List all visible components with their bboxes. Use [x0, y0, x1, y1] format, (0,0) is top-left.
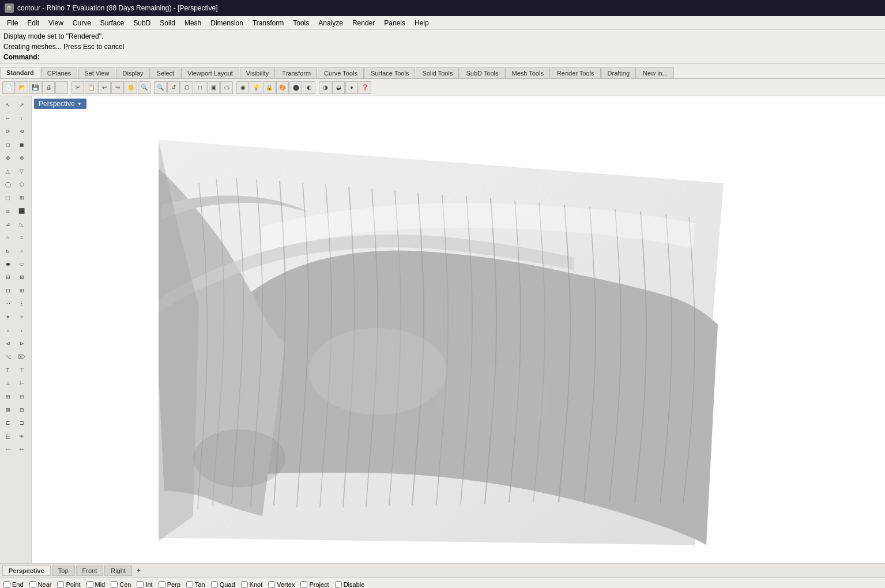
- menu-item-view[interactable]: View: [44, 18, 68, 28]
- toolbar-tab-solid-tools[interactable]: Solid Tools: [416, 67, 459, 78]
- osnap-end[interactable]: End: [3, 581, 24, 588]
- menu-item-dimension[interactable]: Dimension: [206, 18, 248, 28]
- sidebar-icon-17-0[interactable]: ⬨: [1, 324, 14, 337]
- sidebar-icon-21-0[interactable]: ⊥: [1, 377, 14, 390]
- menu-item-mesh[interactable]: Mesh: [180, 18, 206, 28]
- toolbar-icon-18[interactable]: 💡: [250, 81, 262, 94]
- toolbar-tab-set-view[interactable]: Set View: [78, 67, 115, 78]
- osnap-checkbox-point[interactable]: [57, 581, 64, 588]
- vp-tab-right[interactable]: Right: [104, 566, 132, 576]
- sidebar-icon-23-0[interactable]: ⊠: [1, 404, 14, 416]
- sidebar-icon-7-0[interactable]: ⬚: [1, 191, 14, 204]
- osnap-checkbox-end[interactable]: [3, 581, 10, 588]
- osnap-project[interactable]: Project: [300, 581, 329, 588]
- menu-item-tools[interactable]: Tools: [288, 18, 314, 28]
- sidebar-icon-17-1[interactable]: ⬩: [15, 324, 28, 337]
- osnap-checkbox-cen[interactable]: [111, 581, 118, 588]
- vp-tab-top[interactable]: Top: [52, 566, 75, 576]
- sidebar-icon-7-1[interactable]: ⊞: [15, 191, 28, 204]
- sidebar-icon-4-1[interactable]: ⊗: [15, 152, 28, 164]
- vp-tab-front[interactable]: Front: [76, 566, 104, 576]
- sidebar-icon-12-1[interactable]: ⬭: [15, 258, 28, 270]
- sidebar-icon-12-0[interactable]: ⬬: [1, 258, 14, 270]
- sidebar-icon-25-1[interactable]: ⬲: [15, 430, 28, 443]
- sidebar-icon-20-1[interactable]: ⊤: [15, 364, 28, 376]
- sidebar-icon-22-1[interactable]: ⊟: [15, 390, 28, 403]
- toolbar-icon-4[interactable]: [55, 81, 68, 94]
- toolbar-tab-new-in...[interactable]: New in...: [637, 67, 674, 78]
- sidebar-icon-6-0[interactable]: ◯: [1, 178, 14, 191]
- sidebar-icon-10-0[interactable]: ⌂: [1, 231, 14, 244]
- sidebar-icon-9-1[interactable]: ◺: [15, 218, 28, 231]
- toolbar-icon-24[interactable]: ◒: [332, 81, 345, 94]
- sidebar-icon-20-0[interactable]: T: [1, 364, 14, 376]
- sidebar-icon-5-0[interactable]: △: [1, 165, 14, 178]
- toolbar-icon-2[interactable]: 💾: [29, 81, 42, 94]
- osnap-checkbox-quad[interactable]: [211, 581, 218, 588]
- toolbar-icon-5[interactable]: ✂: [71, 81, 84, 94]
- toolbar-icon-8[interactable]: ↪: [111, 81, 124, 94]
- sidebar-icon-26-0[interactable]: ⬳: [1, 443, 14, 456]
- sidebar-icon-6-1[interactable]: ⬡: [15, 178, 28, 191]
- sidebar-icon-14-1[interactable]: ⊞: [15, 284, 28, 297]
- osnap-checkbox-mid[interactable]: [86, 581, 93, 588]
- osnap-knot[interactable]: Knot: [241, 581, 263, 588]
- sidebar-icon-23-1[interactable]: ⊡: [15, 404, 28, 416]
- toolbar-tab-visibility[interactable]: Visibility: [240, 67, 276, 78]
- toolbar-tab-curve-tools[interactable]: Curve Tools: [318, 67, 364, 78]
- osnap-checkbox-knot[interactable]: [241, 581, 248, 588]
- sidebar-icon-15-1[interactable]: ⋮: [15, 297, 28, 310]
- toolbar-tab-subd-tools[interactable]: SubD Tools: [460, 67, 504, 78]
- toolbar-icon-1[interactable]: 📂: [16, 81, 28, 94]
- osnap-checkbox-int[interactable]: [137, 581, 144, 588]
- menu-item-help[interactable]: Help: [410, 18, 434, 28]
- osnap-tan[interactable]: Tan: [186, 581, 205, 588]
- sidebar-icon-26-1[interactable]: ⬴: [15, 443, 28, 456]
- toolbar-icon-15[interactable]: ▣: [207, 81, 220, 94]
- sidebar-icon-2-0[interactable]: ⟳: [1, 125, 14, 138]
- sidebar-icon-8-0[interactable]: ⧈: [1, 205, 14, 217]
- toolbar-icon-12[interactable]: ↺: [167, 81, 180, 94]
- toolbar-icon-19[interactable]: 🔒: [263, 81, 276, 94]
- osnap-quad[interactable]: Quad: [211, 581, 235, 588]
- toolbar-tab-cplanes[interactable]: CPlanes: [41, 67, 78, 78]
- sidebar-icon-24-0[interactable]: ⊏: [1, 417, 14, 429]
- toolbar-icon-7[interactable]: ↩: [98, 81, 111, 94]
- sidebar-icon-11-0[interactable]: ⊾: [1, 244, 14, 257]
- toolbar-icon-10[interactable]: 🔍: [138, 81, 150, 94]
- toolbar-icon-20[interactable]: 🎨: [276, 81, 289, 94]
- osnap-checkbox-disable[interactable]: [335, 581, 342, 588]
- menu-item-panels[interactable]: Panels: [379, 18, 410, 28]
- toolbar-icon-23[interactable]: ◑: [319, 81, 332, 94]
- sidebar-icon-3-0[interactable]: ◻: [1, 138, 14, 151]
- viewport-label[interactable]: Perspective ▼: [34, 99, 86, 109]
- toolbar-tab-select[interactable]: Select: [150, 67, 181, 78]
- toolbar-icon-22[interactable]: ◐: [303, 81, 315, 94]
- osnap-mid[interactable]: Mid: [86, 581, 106, 588]
- menu-item-curve[interactable]: Curve: [68, 18, 96, 28]
- toolbar-icon-3[interactable]: 🖨: [42, 81, 55, 94]
- sidebar-icon-18-0[interactable]: ⊲: [1, 337, 14, 350]
- sidebar-icon-13-0[interactable]: ⊟: [1, 271, 14, 284]
- osnap-checkbox-tan[interactable]: [186, 581, 193, 588]
- toolbar-icon-26[interactable]: ❓: [359, 81, 371, 94]
- sidebar-icon-15-0[interactable]: ⋯: [1, 297, 14, 310]
- sidebar-icon-5-1[interactable]: ▽: [15, 165, 28, 178]
- osnap-perp[interactable]: Perp: [159, 581, 180, 588]
- sidebar-icon-8-1[interactable]: ⬛: [15, 205, 28, 217]
- menu-item-solid[interactable]: Solid: [155, 18, 180, 28]
- menu-item-surface[interactable]: Surface: [96, 18, 129, 28]
- osnap-checkbox-perp[interactable]: [159, 581, 165, 588]
- menu-item-file[interactable]: File: [2, 18, 22, 28]
- menu-item-edit[interactable]: Edit: [22, 18, 44, 28]
- osnap-checkbox-vertex[interactable]: [268, 581, 275, 588]
- toolbar-icon-14[interactable]: □: [194, 81, 206, 94]
- sidebar-icon-9-0[interactable]: ⊿: [1, 218, 14, 231]
- toolbar-tab-standard[interactable]: Standard: [0, 67, 40, 78]
- sidebar-icon-0-1[interactable]: ↗: [15, 99, 28, 111]
- toolbar-tab-drafting[interactable]: Drafting: [601, 67, 637, 78]
- sidebar-icon-16-0[interactable]: ✦: [1, 311, 14, 323]
- menu-item-analyze[interactable]: Analyze: [314, 18, 348, 28]
- sidebar-icon-19-0[interactable]: ⌥: [1, 350, 14, 363]
- sidebar-icon-3-1[interactable]: ◼: [15, 138, 28, 151]
